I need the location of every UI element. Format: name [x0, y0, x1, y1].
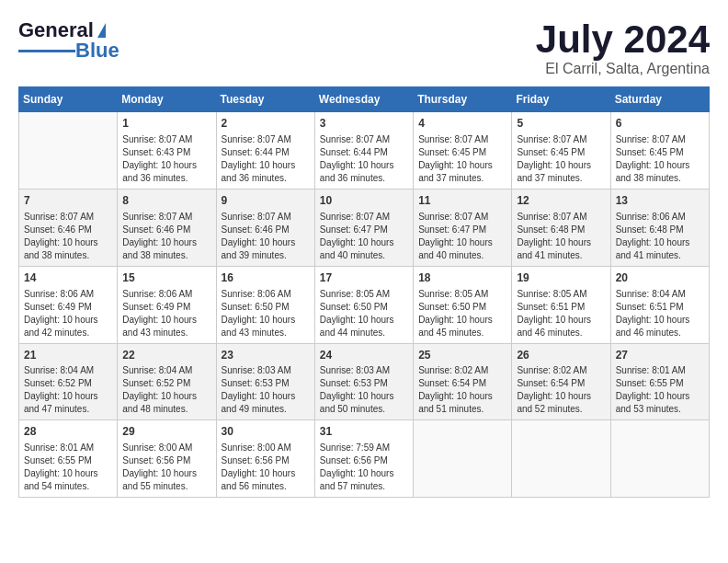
sunrise-text: Sunrise: 8:07 AM: [517, 211, 605, 224]
sunrise-text: Sunrise: 8:07 AM: [122, 133, 210, 146]
day-number: 13: [616, 193, 704, 209]
sunrise-text: Sunrise: 8:00 AM: [122, 442, 210, 454]
calendar-table: SundayMondayTuesdayWednesdayThursdayFrid…: [18, 86, 710, 498]
day-info: Sunrise: 8:07 AMSunset: 6:48 PMDaylight:…: [517, 211, 605, 262]
sunset-text: Sunset: 6:47 PM: [320, 224, 408, 236]
sunrise-text: Sunrise: 8:04 AM: [122, 364, 210, 377]
day-info: Sunrise: 8:05 AMSunset: 6:51 PMDaylight:…: [517, 288, 605, 339]
calendar-day-cell: 24Sunrise: 8:03 AMSunset: 6:53 PMDayligh…: [314, 343, 413, 420]
calendar-day-cell: [610, 420, 709, 498]
day-info: Sunrise: 8:01 AMSunset: 6:55 PMDaylight:…: [24, 442, 112, 493]
location-title: El Carril, Salta, Argentina: [536, 61, 710, 77]
daylight-text: Daylight: 10 hours and 43 minutes.: [222, 314, 310, 339]
calendar-day-cell: 31Sunrise: 7:59 AMSunset: 6:56 PMDayligh…: [314, 420, 413, 498]
calendar-day-cell: 1Sunrise: 8:07 AMSunset: 6:43 PMDaylight…: [118, 112, 216, 190]
day-number: 29: [122, 424, 210, 440]
day-info: Sunrise: 8:00 AMSunset: 6:56 PMDaylight:…: [122, 442, 210, 493]
calendar-day-cell: 22Sunrise: 8:04 AMSunset: 6:52 PMDayligh…: [118, 343, 216, 420]
daylight-text: Daylight: 10 hours and 46 minutes.: [616, 314, 704, 339]
weekday-header: Wednesday: [314, 87, 413, 112]
day-number: 11: [418, 193, 506, 209]
daylight-text: Daylight: 10 hours and 40 minutes.: [418, 236, 506, 262]
sunset-text: Sunset: 6:55 PM: [24, 454, 112, 467]
day-number: 25: [418, 348, 506, 363]
day-number: 22: [122, 348, 210, 363]
daylight-text: Daylight: 10 hours and 51 minutes.: [418, 390, 506, 416]
calendar-week-row: 21Sunrise: 8:04 AMSunset: 6:52 PMDayligh…: [19, 343, 710, 420]
day-info: Sunrise: 8:06 AMSunset: 6:49 PMDaylight:…: [24, 288, 112, 339]
sunrise-text: Sunrise: 8:07 AM: [222, 211, 310, 224]
calendar-day-cell: 18Sunrise: 8:05 AMSunset: 6:50 PMDayligh…: [414, 266, 512, 343]
day-number: 2: [222, 116, 310, 132]
weekday-header: Monday: [118, 87, 216, 112]
day-number: 20: [616, 270, 704, 286]
weekday-header: Friday: [512, 87, 610, 112]
day-info: Sunrise: 8:07 AMSunset: 6:45 PMDaylight:…: [418, 133, 506, 185]
weekday-header: Saturday: [610, 87, 709, 112]
sunset-text: Sunset: 6:51 PM: [616, 301, 704, 314]
sunset-text: Sunset: 6:47 PM: [418, 224, 506, 236]
calendar-day-cell: 15Sunrise: 8:06 AMSunset: 6:49 PMDayligh…: [118, 266, 216, 343]
sunset-text: Sunset: 6:50 PM: [320, 301, 408, 314]
day-number: 1: [122, 116, 210, 132]
sunrise-text: Sunrise: 7:59 AM: [320, 442, 408, 454]
sunset-text: Sunset: 6:49 PM: [122, 301, 210, 314]
day-number: 17: [320, 270, 408, 286]
daylight-text: Daylight: 10 hours and 38 minutes.: [616, 159, 704, 185]
daylight-text: Daylight: 10 hours and 39 minutes.: [222, 236, 310, 262]
sunrise-text: Sunrise: 8:07 AM: [418, 211, 506, 224]
logo-triangle-icon: [97, 23, 106, 38]
sunrise-text: Sunrise: 8:06 AM: [222, 288, 310, 301]
calendar-day-cell: [414, 420, 512, 498]
daylight-text: Daylight: 10 hours and 52 minutes.: [517, 390, 605, 416]
calendar-day-cell: 13Sunrise: 8:06 AMSunset: 6:48 PMDayligh…: [610, 189, 709, 266]
logo: General Blue: [18, 18, 119, 63]
sunrise-text: Sunrise: 8:07 AM: [418, 133, 506, 146]
daylight-text: Daylight: 10 hours and 48 minutes.: [122, 390, 210, 416]
sunrise-text: Sunrise: 8:03 AM: [320, 364, 408, 377]
day-info: Sunrise: 8:07 AMSunset: 6:43 PMDaylight:…: [122, 133, 210, 185]
daylight-text: Daylight: 10 hours and 36 minutes.: [320, 159, 408, 185]
calendar-day-cell: 7Sunrise: 8:07 AMSunset: 6:46 PMDaylight…: [19, 189, 118, 266]
daylight-text: Daylight: 10 hours and 57 minutes.: [320, 467, 408, 493]
weekday-header: Sunday: [19, 87, 118, 112]
sunset-text: Sunset: 6:48 PM: [616, 224, 704, 236]
logo-underline: [18, 50, 75, 52]
sunrise-text: Sunrise: 8:06 AM: [122, 288, 210, 301]
month-title: July 2024: [536, 18, 710, 61]
calendar-day-cell: 11Sunrise: 8:07 AMSunset: 6:47 PMDayligh…: [414, 189, 512, 266]
sunset-text: Sunset: 6:50 PM: [222, 301, 310, 314]
day-number: 21: [24, 348, 112, 363]
day-info: Sunrise: 8:04 AMSunset: 6:52 PMDaylight:…: [122, 364, 210, 416]
daylight-text: Daylight: 10 hours and 44 minutes.: [320, 314, 408, 339]
daylight-text: Daylight: 10 hours and 45 minutes.: [418, 314, 506, 339]
calendar-day-cell: 8Sunrise: 8:07 AMSunset: 6:46 PMDaylight…: [118, 189, 216, 266]
title-block: July 2024 El Carril, Salta, Argentina: [536, 18, 710, 77]
sunrise-text: Sunrise: 8:07 AM: [122, 211, 210, 224]
day-number: 30: [222, 424, 310, 440]
calendar-week-row: 14Sunrise: 8:06 AMSunset: 6:49 PMDayligh…: [19, 266, 710, 343]
calendar-day-cell: 29Sunrise: 8:00 AMSunset: 6:56 PMDayligh…: [118, 420, 216, 498]
day-info: Sunrise: 8:02 AMSunset: 6:54 PMDaylight:…: [517, 364, 605, 416]
day-info: Sunrise: 8:06 AMSunset: 6:48 PMDaylight:…: [616, 211, 704, 262]
daylight-text: Daylight: 10 hours and 41 minutes.: [517, 236, 605, 262]
daylight-text: Daylight: 10 hours and 37 minutes.: [418, 159, 506, 185]
calendar-week-row: 1Sunrise: 8:07 AMSunset: 6:43 PMDaylight…: [19, 112, 710, 190]
daylight-text: Daylight: 10 hours and 36 minutes.: [122, 159, 210, 185]
sunrise-text: Sunrise: 8:07 AM: [616, 133, 704, 146]
daylight-text: Daylight: 10 hours and 47 minutes.: [24, 390, 112, 416]
day-info: Sunrise: 8:07 AMSunset: 6:47 PMDaylight:…: [320, 211, 408, 262]
day-info: Sunrise: 8:03 AMSunset: 6:53 PMDaylight:…: [222, 364, 310, 416]
sunrise-text: Sunrise: 8:07 AM: [320, 211, 408, 224]
sunset-text: Sunset: 6:52 PM: [122, 377, 210, 390]
sunrise-text: Sunrise: 8:07 AM: [24, 211, 112, 224]
day-number: 5: [517, 116, 605, 132]
sunrise-text: Sunrise: 8:06 AM: [24, 288, 112, 301]
sunrise-text: Sunrise: 8:01 AM: [616, 364, 704, 377]
sunset-text: Sunset: 6:44 PM: [222, 146, 310, 159]
calendar-day-cell: 3Sunrise: 8:07 AMSunset: 6:44 PMDaylight…: [314, 112, 413, 190]
sunrise-text: Sunrise: 8:05 AM: [418, 288, 506, 301]
sunset-text: Sunset: 6:45 PM: [418, 146, 506, 159]
sunrise-text: Sunrise: 8:04 AM: [616, 288, 704, 301]
day-info: Sunrise: 8:07 AMSunset: 6:45 PMDaylight:…: [517, 133, 605, 185]
